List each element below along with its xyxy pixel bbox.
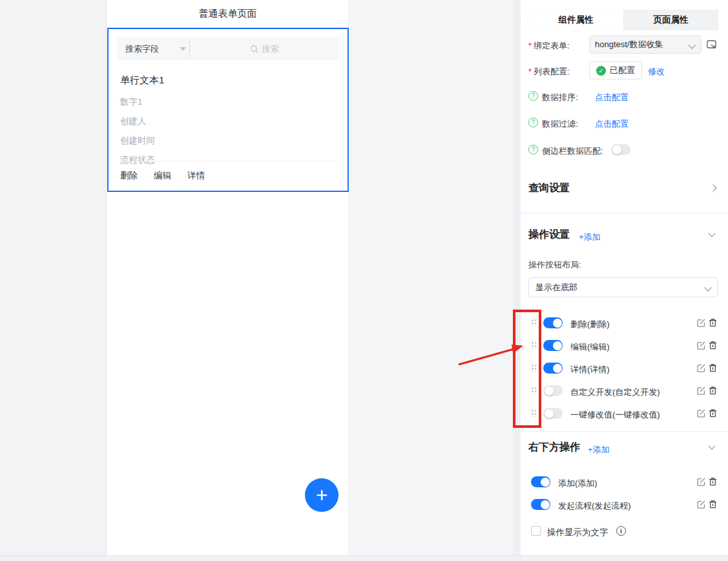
tab-component-props[interactable]: 组件属性 — [528, 10, 623, 30]
info-icon[interactable]: i — [616, 526, 626, 536]
search-placeholder: 搜索 — [262, 43, 279, 55]
action-label: 删除(删除) — [570, 319, 610, 330]
chevron-down-icon — [704, 284, 711, 291]
help-icon[interactable]: ? — [528, 145, 538, 154]
data-sort-label: 数据排序: — [542, 92, 578, 103]
card-action-detail[interactable]: 详情 — [187, 170, 205, 182]
panel-scrollbar-track[interactable] — [514, 0, 521, 555]
configured-button[interactable]: ✓ 已配置 — [589, 61, 642, 79]
record-field: 创建人 — [120, 116, 147, 127]
search-field-selector[interactable]: 搜索字段 — [125, 43, 159, 55]
add-action-link[interactable]: +添加 — [579, 231, 601, 243]
tab-page-props[interactable]: 页面属性 — [623, 10, 718, 30]
modify-link[interactable]: 修改 — [648, 66, 665, 78]
action-label: 自定义开发(自定义开发) — [570, 386, 660, 398]
add-record-fab[interactable]: + — [305, 478, 338, 512]
chevron-down-icon — [688, 41, 695, 48]
bottom-toggle-add[interactable] — [531, 476, 550, 487]
check-circle-icon: ✓ — [596, 66, 606, 76]
card-action-edit[interactable]: 编辑 — [154, 170, 171, 182]
section-divider — [521, 431, 728, 432]
action-toggle-detail[interactable] — [543, 363, 563, 374]
section-query-settings: 查询设置 — [528, 182, 570, 195]
canvas-background — [349, 0, 521, 555]
selected-list-component[interactable]: 搜索字段 搜索 单行文本1 数字1 创建人 创建时间 流程状态 删除 编辑 — [107, 28, 349, 192]
bottom-toggle-start-flow[interactable] — [531, 499, 550, 510]
bind-form-label: *绑定表单: — [528, 40, 570, 52]
record-field: 创建时间 — [120, 135, 155, 147]
help-icon[interactable]: ? — [528, 91, 538, 101]
action-toggle-edit[interactable] — [543, 340, 563, 351]
action-toggle-quick-edit[interactable] — [543, 408, 563, 419]
action-label: 编辑(编辑) — [570, 341, 610, 353]
configured-status: 已配置 — [610, 65, 635, 76]
show-as-text-checkbox[interactable] — [531, 526, 541, 536]
search-icon — [250, 45, 259, 54]
action-toggle-delete[interactable] — [543, 317, 563, 328]
section-divider — [521, 213, 728, 213]
data-filter-label: 数据过滤: — [542, 118, 578, 130]
record-field: 数字1 — [120, 96, 143, 108]
search-input[interactable]: 搜索 — [190, 37, 338, 60]
data-filter-config-link[interactable]: 点击配置 — [595, 118, 629, 130]
add-bottom-action-link[interactable]: +添加 — [588, 444, 610, 456]
card-divider — [120, 161, 337, 162]
section-action-settings: 操作设置 — [528, 228, 570, 242]
action-label: 详情(详情) — [570, 364, 610, 376]
panel-tabs: 组件属性 页面属性 — [528, 10, 718, 30]
bottom-action-label: 发起流程(发起流程) — [558, 500, 631, 512]
card-action-delete[interactable]: 删除 — [120, 170, 138, 182]
bind-form-select[interactable]: hongtest/数据收集 — [589, 36, 702, 54]
bottom-status-strip — [0, 555, 728, 561]
sidebar-match-toggle[interactable] — [611, 144, 630, 155]
chevron-down-icon[interactable] — [708, 442, 715, 449]
page-title: 普通表单页面 — [107, 0, 348, 28]
left-sidebar — [0, 0, 107, 555]
annotation-arrow — [452, 336, 530, 372]
button-layout-select[interactable]: 显示在底部 — [528, 277, 718, 297]
show-as-text-label: 操作显示为文字 — [547, 527, 608, 538]
record-title: 单行文本1 — [120, 74, 164, 87]
required-mark: * — [528, 41, 532, 50]
action-label: 一键修改值(一键修改值) — [570, 409, 660, 421]
button-layout-label: 操作按钮布局: — [528, 259, 581, 271]
properties-panel: 组件属性 页面属性 *绑定表单: hongtest/数据收集 *列表配置: ✓ … — [521, 0, 728, 555]
button-layout-value: 显示在底部 — [536, 282, 577, 293]
search-bar[interactable]: 搜索字段 搜索 — [117, 37, 338, 60]
list-config-label: *列表配置: — [528, 66, 570, 78]
chevron-down-icon[interactable] — [708, 229, 715, 237]
record-field: 流程状态 — [120, 154, 155, 166]
section-bottom-right-actions: 右下方操作 — [528, 441, 580, 454]
sidebar-match-label: 侧边栏数据匹配: — [542, 145, 603, 157]
phone-preview[interactable]: 普通表单页面 搜索字段 搜索 单行文本1 数字1 创建人 创建时间 流程状态 — [107, 0, 349, 555]
data-sort-config-link[interactable]: 点击配置 — [595, 92, 629, 103]
caret-down-icon — [180, 47, 186, 51]
bind-form-value: hongtest/数据收集 — [595, 39, 663, 50]
plus-icon: + — [316, 485, 328, 505]
help-icon[interactable]: ? — [528, 118, 538, 127]
chevron-right-icon[interactable] — [709, 184, 716, 191]
bottom-action-label: 添加(添加) — [558, 478, 598, 489]
action-toggle-custom-dev[interactable] — [543, 385, 563, 396]
